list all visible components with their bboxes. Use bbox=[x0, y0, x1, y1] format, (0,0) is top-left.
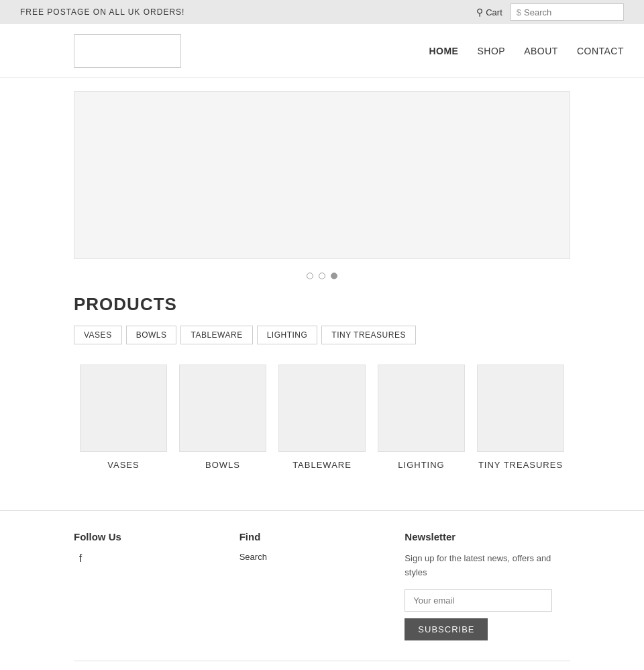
footer-newsletter: Newsletter Sign up for the latest news, … bbox=[405, 531, 570, 640]
product-label-vases: VASES bbox=[107, 460, 139, 470]
footer-bottom: Copyright © 2023, DO-WELL DESIGN. Powere… bbox=[74, 661, 570, 670]
product-image-tableware bbox=[278, 365, 366, 452]
search-input[interactable] bbox=[524, 7, 618, 17]
carousel-dots bbox=[0, 273, 644, 279]
find-title: Find bbox=[239, 531, 405, 542]
facebook-icon[interactable]: f bbox=[74, 552, 87, 565]
tab-lighting[interactable]: LIGHTING bbox=[257, 326, 318, 344]
footer-follow-us: Follow Us f bbox=[74, 531, 239, 640]
cart-link[interactable]: ⚲ Cart bbox=[476, 7, 502, 17]
product-image-tiny-treasures bbox=[477, 365, 564, 452]
logo[interactable] bbox=[74, 34, 181, 68]
product-label-bowls: BOWLS bbox=[205, 460, 240, 470]
nav-item-contact[interactable]: CONTACT bbox=[577, 46, 624, 56]
search-icon: $ bbox=[517, 7, 521, 17]
cart-label: Cart bbox=[486, 7, 502, 17]
footer: Follow Us f Find Search Newsletter Sign … bbox=[0, 510, 644, 670]
follow-us-title: Follow Us bbox=[74, 531, 239, 542]
tab-tableware[interactable]: TABLEWARE bbox=[180, 326, 252, 344]
top-bar: FREE POSTAGE ON ALL UK ORDERS! ⚲ Cart $ bbox=[0, 0, 644, 24]
product-image-vases bbox=[80, 365, 167, 452]
carousel-dot-3[interactable] bbox=[331, 273, 337, 279]
product-item-bowls[interactable]: BOWLS bbox=[173, 365, 272, 470]
announcement-text: FREE POSTAGE ON ALL UK ORDERS! bbox=[20, 7, 184, 17]
tab-bowls[interactable]: BOWLS bbox=[126, 326, 177, 344]
product-label-tableware: TABLEWARE bbox=[292, 460, 352, 470]
footer-search-link[interactable]: Search bbox=[239, 552, 405, 562]
product-grid: VASES BOWLS TABLEWARE LIGHTING TINY TREA… bbox=[74, 365, 570, 470]
search-box: $ bbox=[511, 3, 624, 21]
newsletter-title: Newsletter bbox=[405, 531, 570, 542]
top-bar-right: ⚲ Cart $ bbox=[476, 3, 624, 21]
product-image-lighting bbox=[378, 365, 465, 452]
nav-item-shop[interactable]: SHOP bbox=[477, 46, 505, 56]
products-section: PRODUCTS VASES BOWLS TABLEWARE LIGHTING … bbox=[0, 287, 644, 510]
carousel-dot-1[interactable] bbox=[307, 273, 313, 279]
hero-banner bbox=[74, 91, 570, 259]
cart-icon: ⚲ bbox=[476, 7, 483, 17]
product-item-lighting[interactable]: LIGHTING bbox=[372, 365, 471, 470]
email-input[interactable] bbox=[405, 589, 552, 612]
product-item-vases[interactable]: VASES bbox=[74, 365, 173, 470]
subscribe-button[interactable]: SUBSCRIBE bbox=[405, 618, 488, 640]
category-tabs: VASES BOWLS TABLEWARE LIGHTING TINY TREA… bbox=[74, 326, 570, 344]
tab-tiny-treasures[interactable]: TINY TREASURES bbox=[321, 326, 416, 344]
products-title: PRODUCTS bbox=[74, 294, 570, 315]
product-label-tiny-treasures: TINY TREASURES bbox=[478, 460, 563, 470]
nav-item-home[interactable]: HOME bbox=[429, 46, 458, 56]
product-item-tiny-treasures[interactable]: TINY TREASURES bbox=[471, 365, 570, 470]
header: HOME SHOP ABOUT CONTACT bbox=[0, 24, 644, 78]
main-nav: HOME SHOP ABOUT CONTACT bbox=[429, 46, 624, 56]
newsletter-description: Sign up for the latest news, offers and … bbox=[405, 552, 552, 580]
tab-vases[interactable]: VASES bbox=[74, 326, 122, 344]
footer-columns: Follow Us f Find Search Newsletter Sign … bbox=[74, 531, 570, 640]
product-item-tableware[interactable]: TABLEWARE bbox=[272, 365, 372, 470]
nav-item-about[interactable]: ABOUT bbox=[524, 46, 558, 56]
product-label-lighting: LIGHTING bbox=[398, 460, 444, 470]
carousel-dot-2[interactable] bbox=[319, 273, 325, 279]
footer-find: Find Search bbox=[239, 531, 405, 640]
product-image-bowls bbox=[179, 365, 266, 452]
